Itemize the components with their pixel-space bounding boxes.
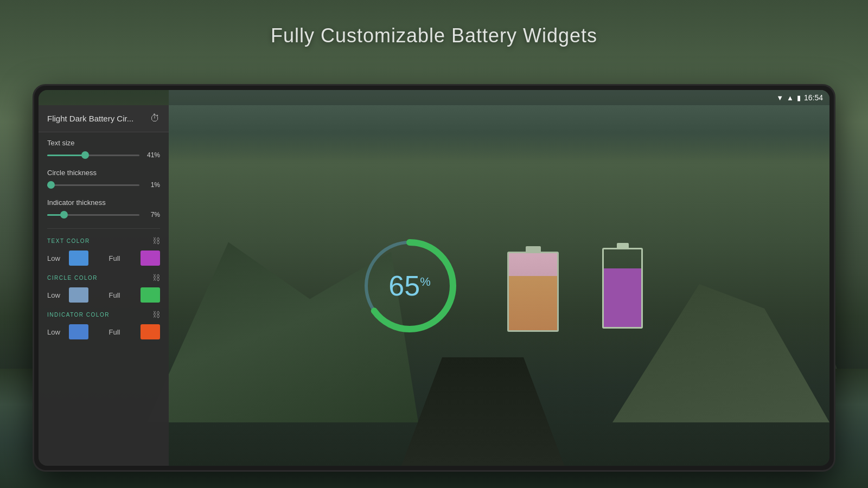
text-color-section: TEXT COLOR ⛓ Low Full [47,236,160,266]
status-bar: ▼ ▲ ▮ 16:54 [39,90,829,105]
circle-thickness-group: Circle thickness 1% [47,169,160,189]
circle-color-header: CIRCLE COLOR ⛓ [47,273,160,282]
indicator-color-link-icon[interactable]: ⛓ [152,310,160,319]
circle-full-label: Full [94,291,135,299]
classic-battery-fill-bottom [509,276,557,330]
widget-area: 65% [169,105,829,466]
circle-battery-text: 65% [388,272,430,300]
indicator-color-title: INDICATOR COLOR [47,312,110,318]
text-full-swatch[interactable] [141,251,160,266]
text-size-track [47,155,139,156]
indicator-full-label: Full [94,328,135,336]
text-size-row: 41% [47,151,160,159]
history-icon[interactable]: ⏱ [150,113,160,124]
classic-battery-cap [526,246,541,252]
tablet-frame: ▼ ▲ ▮ 16:54 Flight Dark Battery Cir... ⏱… [33,84,835,472]
indicator-thickness-track [47,214,139,216]
indicator-full-swatch[interactable] [141,324,160,339]
circle-battery-percentage: 65 [388,270,420,301]
indicator-thickness-group: Indicator thickness 7% [47,198,160,219]
indicator-color-row: Low Full [47,324,160,339]
circle-battery-suffix: % [420,274,431,288]
wifi-icon: ▼ [776,94,783,102]
text-color-header: TEXT COLOR ⛓ [47,236,160,245]
status-time: 16:54 [804,93,823,102]
text-low-swatch[interactable] [69,251,88,266]
circle-thickness-value: 1% [145,181,160,189]
text-size-label: Text size [47,139,160,147]
circle-thickness-label: Circle thickness [47,169,160,177]
circle-thickness-track [47,184,139,186]
text-color-row: Low Full [47,251,160,266]
block-battery-body [602,248,643,329]
text-size-value: 41% [145,151,160,159]
panel-title: Flight Dark Battery Cir... [47,114,133,123]
circle-low-swatch[interactable] [69,287,88,303]
indicator-thickness-value: 7% [145,211,160,219]
indicator-low-label: Low [47,328,63,336]
indicator-thickness-thumb[interactable] [60,211,68,219]
text-color-link-icon[interactable]: ⛓ [152,236,160,245]
indicator-thickness-row: 7% [47,211,160,219]
circle-color-row: Low Full [47,287,160,303]
block-battery-fill [604,268,641,326]
signal-icon: ▲ [787,94,794,102]
classic-battery-widget [507,240,559,332]
circle-thickness-row: 1% [47,181,160,189]
divider-1 [47,228,160,229]
circle-color-title: CIRCLE COLOR [47,275,98,281]
circle-color-link-icon[interactable]: ⛓ [152,273,160,282]
tablet-screen: ▼ ▲ ▮ 16:54 Flight Dark Battery Cir... ⏱… [39,90,829,466]
panel-content: Text size 41% Circle thickness [39,132,169,466]
text-low-label: Low [47,254,63,262]
panel-header: Flight Dark Battery Cir... ⏱ [39,105,169,132]
text-size-thumb[interactable] [81,151,89,159]
circle-thickness-thumb[interactable] [47,181,55,189]
text-size-fill [47,155,85,156]
text-color-title: TEXT COLOR [47,238,90,244]
page-title: Fully Customizable Battery Widgets [0,24,868,47]
block-battery-cap [617,243,629,248]
classic-battery-fill-top [509,253,557,277]
block-battery-widget [602,243,643,329]
battery-status-icon: ▮ [797,94,801,102]
text-full-label: Full [94,254,135,262]
settings-panel: Flight Dark Battery Cir... ⏱ Text size 4… [39,105,169,466]
indicator-color-header: INDICATOR COLOR ⛓ [47,310,160,319]
circle-low-label: Low [47,291,63,299]
circle-full-swatch[interactable] [141,287,160,303]
circle-color-section: CIRCLE COLOR ⛓ Low Full [47,273,160,303]
classic-battery-body [507,252,559,332]
indicator-thickness-label: Indicator thickness [47,198,160,207]
indicator-low-swatch[interactable] [69,324,88,339]
text-size-group: Text size 41% [47,139,160,159]
circle-battery-widget: 65% [355,232,464,340]
indicator-color-section: INDICATOR COLOR ⛓ Low Full [47,310,160,339]
